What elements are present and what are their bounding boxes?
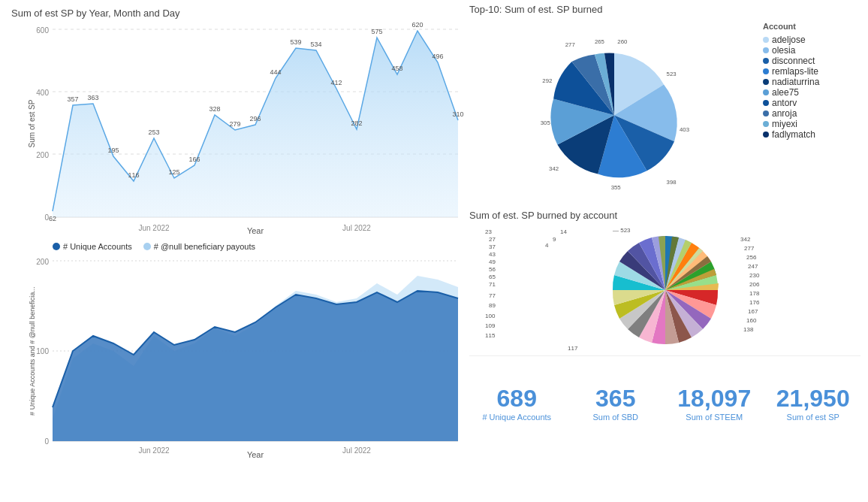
stat-sbd: 365 Sum of SBD xyxy=(568,360,664,446)
svg-text:496: 496 xyxy=(432,53,443,60)
svg-text:342: 342 xyxy=(740,236,751,243)
svg-text:247: 247 xyxy=(748,263,758,270)
dot-fadly xyxy=(763,132,769,138)
svg-text:4: 4 xyxy=(545,242,549,249)
svg-text:Jul 2022: Jul 2022 xyxy=(342,224,371,232)
svg-text:539: 539 xyxy=(290,38,301,46)
svg-text:357: 357 xyxy=(67,95,78,103)
right-panel: Top-10: Sum of est. SP burned xyxy=(466,0,868,502)
label-olesia: olesia xyxy=(772,45,795,56)
legend-antorv: antorv xyxy=(763,98,860,108)
left-panel: Sum of est SP by Year, Month and Day Sum… xyxy=(0,0,466,502)
label-disconnect: disconnect xyxy=(772,56,815,66)
label-alee75: alee75 xyxy=(772,87,799,98)
stat-value-steem: 18,097 xyxy=(677,385,751,413)
svg-text:260: 260 xyxy=(617,38,628,45)
svg-text:14: 14 xyxy=(560,228,567,235)
dot-olesia xyxy=(763,47,769,53)
svg-text:43: 43 xyxy=(489,251,496,258)
bottom-left-chart: # Unique Accounts and # @null beneficia.… xyxy=(11,253,458,498)
dot-adeljose xyxy=(763,37,769,43)
stats-section: 689 # Unique Accounts 365 Sum of SBD 18,… xyxy=(469,355,860,446)
svg-text:176: 176 xyxy=(749,299,760,306)
svg-text:65: 65 xyxy=(489,274,496,280)
legend-unique-accounts: # Unique Accounts xyxy=(53,242,132,251)
svg-text:109: 109 xyxy=(485,322,496,329)
svg-text:Jun 2022: Jun 2022 xyxy=(138,446,170,455)
stat-label-sbd: Sum of SBD xyxy=(592,413,638,422)
svg-text:117: 117 xyxy=(568,345,578,352)
top-left-y-axis-label: Sum of est SP xyxy=(28,99,36,147)
svg-text:265: 265 xyxy=(595,38,605,45)
stat-label-est-sp: Sum of est SP xyxy=(787,413,839,422)
middle-right-title: Sum of est. SP burned by account xyxy=(469,210,860,221)
legend-adeljose: adeljose xyxy=(763,35,860,45)
svg-text:— 523: — 523 xyxy=(613,227,631,234)
top-left-title: Sum of est SP by Year, Month and Day xyxy=(11,8,458,19)
main-layout: Sum of est SP by Year, Month and Day Sum… xyxy=(0,0,868,502)
label-antorv: antorv xyxy=(772,98,797,108)
svg-text:9: 9 xyxy=(553,236,556,243)
svg-text:89: 89 xyxy=(489,302,496,309)
svg-text:305: 305 xyxy=(541,119,551,126)
top-right-section: Top-10: Sum of est. SP burned xyxy=(469,4,860,206)
svg-text:77: 77 xyxy=(489,292,496,299)
legend-dot-unique xyxy=(53,243,60,250)
label-remlaps: remlaps-lite xyxy=(772,66,818,77)
svg-text:Jul 2022: Jul 2022 xyxy=(342,446,371,455)
middle-right-section: Sum of est. SP burned by account xyxy=(469,206,860,355)
svg-text:256: 256 xyxy=(746,254,757,261)
svg-text:620: 620 xyxy=(411,21,423,29)
top-left-svg: 600 400 200 0 xyxy=(53,22,458,225)
dot-anroja xyxy=(763,110,769,116)
svg-text:166: 166 xyxy=(188,156,200,163)
bottom-left-y-axis-label: # Unique Accounts and # @null beneficia.… xyxy=(29,286,36,416)
dot-remlaps xyxy=(763,68,769,74)
dot-antorv xyxy=(763,100,769,106)
top-right-title: Top-10: Sum of est. SP burned xyxy=(469,4,860,15)
stat-value-sbd: 365 xyxy=(595,385,635,413)
svg-text:116: 116 xyxy=(128,171,139,179)
stat-label-unique: # Unique Accounts xyxy=(482,413,551,422)
svg-text:277: 277 xyxy=(565,41,575,48)
svg-text:62: 62 xyxy=(49,215,56,222)
svg-text:206: 206 xyxy=(749,281,760,288)
svg-text:277: 277 xyxy=(744,245,755,252)
svg-text:160: 160 xyxy=(746,317,757,324)
svg-text:71: 71 xyxy=(489,281,496,288)
svg-text:200: 200 xyxy=(36,151,49,159)
top-left-chart: Sum of est SP by Year, Month and Day Sum… xyxy=(11,8,458,238)
svg-text:600: 600 xyxy=(36,26,49,35)
svg-text:279: 279 xyxy=(229,120,240,128)
legend-disconnect: disconnect xyxy=(763,56,860,66)
svg-text:Jun 2022: Jun 2022 xyxy=(138,224,170,232)
svg-text:0: 0 xyxy=(44,437,49,446)
svg-text:56: 56 xyxy=(489,266,496,273)
top-right-pie-svg: 523 403 398 355 342 305 292 277 265 260 xyxy=(539,26,689,198)
label-anroja: anroja xyxy=(772,108,797,119)
stat-value-est-sp: 21,950 xyxy=(776,385,850,413)
svg-text:138: 138 xyxy=(743,326,754,333)
svg-text:200: 200 xyxy=(36,258,49,266)
svg-text:403: 403 xyxy=(680,126,689,133)
svg-text:27: 27 xyxy=(489,236,496,243)
svg-text:292: 292 xyxy=(542,77,552,84)
svg-text:230: 230 xyxy=(749,272,760,279)
legend-null-payouts: # @null beneficiary payouts xyxy=(143,242,255,251)
bottom-left-svg: 200 100 0 Jun 2022 Jul 2022 xyxy=(53,253,458,449)
dot-miyexi xyxy=(763,121,769,127)
label-fadly: fadlymatch xyxy=(772,129,815,140)
svg-text:523: 523 xyxy=(667,71,677,77)
svg-text:178: 178 xyxy=(749,290,760,297)
label-miyexi: miyexi xyxy=(772,119,797,129)
bottom-left-x-axis: Year xyxy=(53,450,458,459)
legend-alee75: alee75 xyxy=(763,87,860,98)
stat-unique-accounts: 689 # Unique Accounts xyxy=(469,360,565,446)
svg-text:49: 49 xyxy=(489,259,496,265)
svg-text:167: 167 xyxy=(748,308,758,315)
legend-miyexi: miyexi xyxy=(763,119,860,129)
bottom-legend: # Unique Accounts # @null beneficiary pa… xyxy=(53,242,458,251)
label-nadia: nadiaturrina xyxy=(772,77,819,87)
stat-label-steem: Sum of STEEM xyxy=(686,413,743,422)
dot-nadia xyxy=(763,79,769,85)
